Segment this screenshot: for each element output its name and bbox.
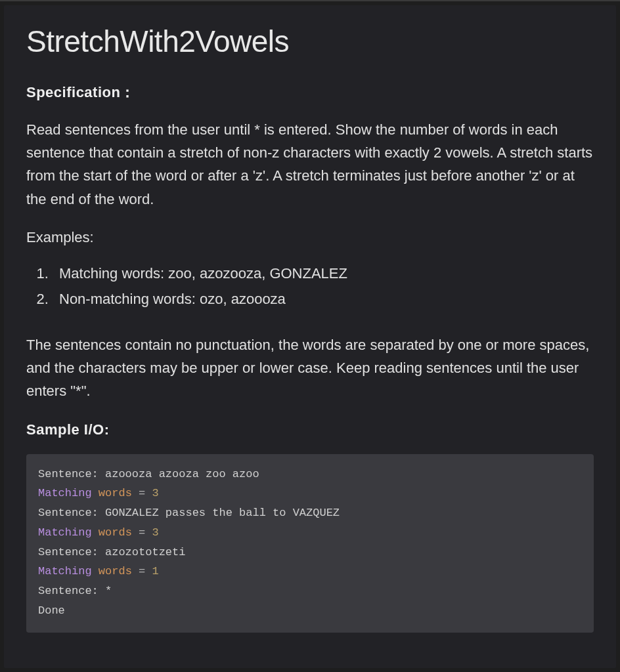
- io-line-7: Sentence: *: [38, 585, 112, 597]
- io-line-1: Sentence: azoooza azooza zoo azoo: [38, 468, 259, 480]
- io-num: 3: [152, 526, 158, 539]
- io-line-8: Done: [38, 604, 65, 617]
- document-content: StretchWith2Vowels Specification： Read s…: [4, 5, 616, 668]
- io-matching-kw: Matching: [38, 487, 92, 499]
- io-words-var: words: [99, 526, 132, 539]
- io-eq: =: [139, 487, 145, 499]
- sample-io-code: Sentence: azoooza azooza zoo azoo Matchi…: [26, 454, 594, 633]
- io-num: 1: [152, 565, 158, 578]
- io-eq: =: [139, 526, 145, 539]
- examples-list: Matching words: zoo, azozooza, GONZALEZ …: [53, 261, 594, 312]
- io-matching-kw: Matching: [38, 565, 92, 578]
- specification-label: Specification：: [26, 83, 594, 102]
- specification-paragraph-2: The sentences contain no punctuation, th…: [26, 333, 594, 403]
- io-line-5: Sentence: azozototzeti: [38, 546, 185, 558]
- io-eq: =: [139, 565, 145, 578]
- example-item-2: Non-matching words: ozo, azoooza: [53, 286, 594, 312]
- sample-io-label: Sample I/O:: [26, 421, 594, 438]
- io-words-var: words: [99, 487, 132, 499]
- examples-label: Examples:: [26, 229, 594, 246]
- io-num: 3: [152, 487, 158, 499]
- io-words-var: words: [99, 565, 132, 578]
- page-title: StretchWith2Vowels: [26, 24, 594, 59]
- specification-paragraph-1: Read sentences from the user until * is …: [26, 118, 594, 211]
- example-item-1: Matching words: zoo, azozooza, GONZALEZ: [53, 261, 594, 287]
- io-matching-kw: Matching: [38, 526, 92, 539]
- io-line-3: Sentence: GONZALEZ passes the ball to VA…: [38, 507, 340, 519]
